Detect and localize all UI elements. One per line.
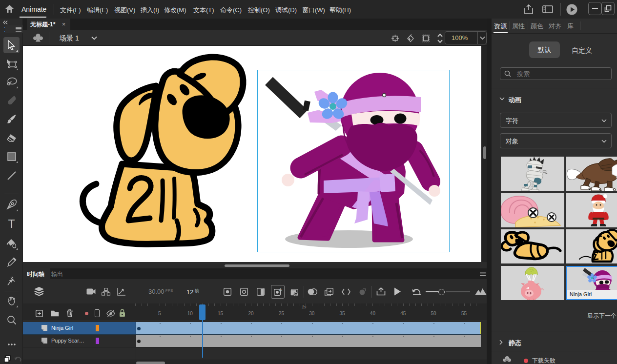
svg-text:A: A (279, 288, 282, 292)
